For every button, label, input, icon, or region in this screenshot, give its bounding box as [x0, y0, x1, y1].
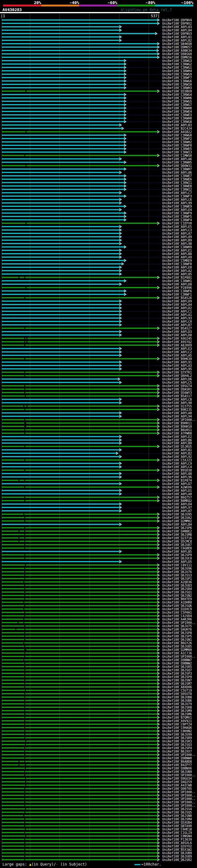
alignment-row-UniRef100_A0FL94[interactable]: UniRef100_A0FL94 [0, 415, 197, 418]
hit-bar[interactable] [2, 530, 158, 532]
hit-bar[interactable] [2, 114, 125, 116]
subject-id-label[interactable]: UniRef100_Q9BNW0 [162, 756, 192, 760]
subject-id-label[interactable]: UniRef100_A0FLC8 [162, 398, 192, 401]
hit-bar[interactable] [2, 94, 125, 95]
alignment-row-UniRef100_C1MWS0[interactable]: UniRef100_C1MWS0 [0, 154, 197, 157]
subject-id-label[interactable]: UniRef100_A0FLC1 [162, 310, 192, 313]
hit-bar[interactable] [2, 107, 125, 109]
alignment-row-UniRef100_B9HH11[interactable]: UniRef100_B9HH11 [0, 422, 197, 425]
alignment-row-UniRef100_A0FL85[interactable]: UniRef100_A0FL85 [0, 273, 197, 276]
hit-bar[interactable] [2, 625, 158, 627]
hit-bar[interactable] [2, 734, 158, 735]
subject-id-label[interactable]: UniRef100_Q33BU9 [162, 90, 192, 93]
alignment-row-UniRef100_A0FLA3[interactable]: UniRef100_A0FLA3 [0, 364, 197, 367]
subject-id-label[interactable]: UniRef100_Q6JSN7 [162, 679, 192, 682]
subject-id-label[interactable]: UniRef100_B5A527 [162, 327, 192, 330]
alignment-row-UniRef100_C6GBE8[interactable]: UniRef100_C6GBE8 [0, 547, 197, 550]
hit-bar[interactable] [2, 365, 120, 366]
subject-id-label[interactable]: UniRef100_C3RWH9 [162, 245, 192, 249]
hit-bar[interactable] [2, 805, 158, 806]
hit-bar[interactable] [2, 700, 158, 701]
alignment-row-UniRef100_A0FL88[interactable]: UniRef100_A0FL88 [0, 472, 197, 475]
subject-id-label[interactable]: UniRef100_Q6JU99 [162, 733, 192, 736]
hit-bar[interactable] [2, 50, 157, 51]
subject-id-label[interactable]: UniRef100_A0FLC2 [162, 350, 192, 354]
hit-bar[interactable] [2, 825, 158, 827]
subject-id-label[interactable]: UniRef100_B4ZFY7 [162, 763, 192, 767]
subject-id-label[interactable]: UniRef100_P28996 [162, 286, 192, 289]
subject-id-label[interactable]: UniRef100_C3RWI0 [162, 83, 192, 86]
hit-bar[interactable] [2, 503, 120, 505]
hit-bar[interactable] [2, 646, 158, 647]
hit-bar[interactable] [2, 761, 158, 762]
alignment-row-UniRef100_Q6JSN1[interactable]: UniRef100_Q6JSN1 [0, 638, 197, 641]
alignment-row-UniRef100_Q6JUB8[interactable]: UniRef100_Q6JUB8 [0, 695, 197, 699]
alignment-row-UniRef100_C3RWG0[interactable]: UniRef100_C3RWG0 [0, 134, 197, 137]
subject-id-label[interactable]: UniRef100_UPI000.. [162, 418, 195, 422]
subject-id-label[interactable]: UniRef100_B9HH11 [162, 422, 192, 425]
subject-id-label[interactable]: UniRef100_UPI000.. [162, 753, 195, 756]
hit-bar[interactable] [2, 856, 158, 857]
alignment-row-UniRef100_A7PWR8[interactable]: UniRef100_A7PWR8 [0, 432, 197, 435]
alignment-row-UniRef100_Q9FNV4[interactable]: UniRef100_Q9FNV4 [0, 19, 197, 22]
alignment-row-UniRef100_B8MRQ2[interactable]: UniRef100_B8MRQ2 [0, 499, 197, 502]
alignment-row-UniRef100_A0FLD0[interactable]: UniRef100_A0FLD0 [0, 334, 197, 337]
subject-id-label[interactable]: UniRef100_Q7XTK1 [162, 371, 192, 374]
alignment-row-UniRef100_A0FLB2[interactable]: UniRef100_A0FLB2 [0, 452, 197, 455]
subject-id-label[interactable]: UniRef100_Q6JU83 [162, 584, 192, 587]
hit-bar[interactable] [2, 284, 120, 285]
hit-bar[interactable] [2, 20, 158, 21]
alignment-row-UniRef100_B6Q757[interactable]: UniRef100_B6Q757 [0, 496, 197, 499]
hit-bar[interactable] [2, 385, 158, 386]
alignment-row-UniRef100_P13639[interactable]: UniRef100_P13639 [0, 838, 197, 841]
alignment-row-UniRef100_C3RWG5[interactable]: UniRef100_C3RWG5 [0, 100, 197, 103]
hit-bar[interactable] [2, 195, 125, 197]
hit-bar[interactable] [2, 551, 120, 552]
alignment-row-UniRef100_Q1DXC9[interactable]: UniRef100_Q1DXC9 [0, 608, 197, 611]
alignment-row-UniRef100_Q6JU85[interactable]: UniRef100_Q6JU85 [0, 645, 197, 648]
alignment-row-UniRef100_Q6JSM4[interactable]: UniRef100_Q6JSM4 [0, 817, 197, 821]
alignment-row-UniRef100_UPI000..[interactable]: UniRef100_UPI000.. [0, 621, 197, 624]
alignment-row-UniRef100_A0FLD8[interactable]: UniRef100_A0FLD8 [0, 283, 197, 286]
hit-bar[interactable] [2, 67, 125, 68]
hit-bar[interactable] [2, 751, 158, 752]
subject-id-label[interactable]: UniRef100_Q6JSQ5 [162, 811, 192, 814]
hit-bar[interactable] [2, 490, 120, 491]
hit-bar[interactable] [2, 81, 125, 82]
hit-bar[interactable] [2, 757, 158, 759]
subject-id-label[interactable]: UniRef100_Q9BNW2 [162, 662, 192, 665]
subject-id-label[interactable]: UniRef100_A0FL98 [162, 242, 192, 245]
alignment-row-UniRef100_Q00W31[interactable]: UniRef100_Q00W31 [0, 164, 197, 167]
subject-id-label[interactable]: UniRef100_A7PWR8 [162, 432, 192, 435]
subject-id-label[interactable]: UniRef100_B6JXX7 [162, 750, 192, 753]
subject-id-label[interactable]: UniRef100_Q6JSP8 [162, 631, 192, 634]
subject-id-label[interactable]: UniRef100_A9BK34 [162, 49, 192, 52]
hit-bar[interactable] [2, 84, 125, 85]
alignment-row-UniRef100_Q9FNV2[interactable]: UniRef100_Q9FNV2 [0, 22, 197, 25]
subject-id-label[interactable]: UniRef100_A0FLA9 [162, 255, 192, 259]
hit-bar[interactable] [2, 534, 158, 535]
alignment-row-UniRef100_B9H639[interactable]: UniRef100_B9H639 [0, 357, 197, 361]
subject-id-label[interactable]: UniRef100_A0FLD5 [162, 560, 192, 563]
hit-bar[interactable] [2, 253, 120, 254]
alignment-row-UniRef100_A0FLD6[interactable]: UniRef100_A0FLD6 [0, 377, 197, 381]
hit-bar[interactable] [2, 588, 158, 589]
subject-id-label[interactable]: UniRef100_C3RWE8 [162, 184, 192, 188]
hit-bar[interactable] [2, 791, 158, 793]
subject-id-label[interactable]: UniRef100_UPI000.. [162, 621, 195, 624]
subject-id-label[interactable]: UniRef100_A0FLA2 [162, 269, 192, 273]
alignment-row-UniRef100_Q2MM02[interactable]: UniRef100_Q2MM02 [0, 520, 197, 523]
hit-bar[interactable] [2, 605, 158, 606]
subject-id-label[interactable]: UniRef100_A0FL85 [162, 273, 192, 276]
hit-bar[interactable] [2, 839, 158, 840]
hit-bar[interactable] [2, 480, 158, 481]
subject-id-label[interactable]: UniRef100_Q6JUB8 [162, 695, 192, 699]
alignment-row-UniRef100_A0FL82[interactable]: UniRef100_A0FL82 [0, 39, 197, 42]
subject-id-label[interactable]: UniRef100_C3RWG6 [162, 80, 192, 83]
alignment-row-UniRef100_A0FL91[interactable]: UniRef100_A0FL91 [0, 361, 197, 364]
hit-bar[interactable] [2, 26, 120, 27]
alignment-row-UniRef100_B5A517[interactable]: UniRef100_B5A517 [0, 395, 197, 398]
alignment-row-UniRef100_C3RWH0[interactable]: UniRef100_C3RWH0 [0, 117, 197, 120]
hit-bar[interactable] [2, 185, 125, 187]
alignment-row-UniRef100_B1P881[interactable]: UniRef100_B1P881 [0, 276, 197, 279]
